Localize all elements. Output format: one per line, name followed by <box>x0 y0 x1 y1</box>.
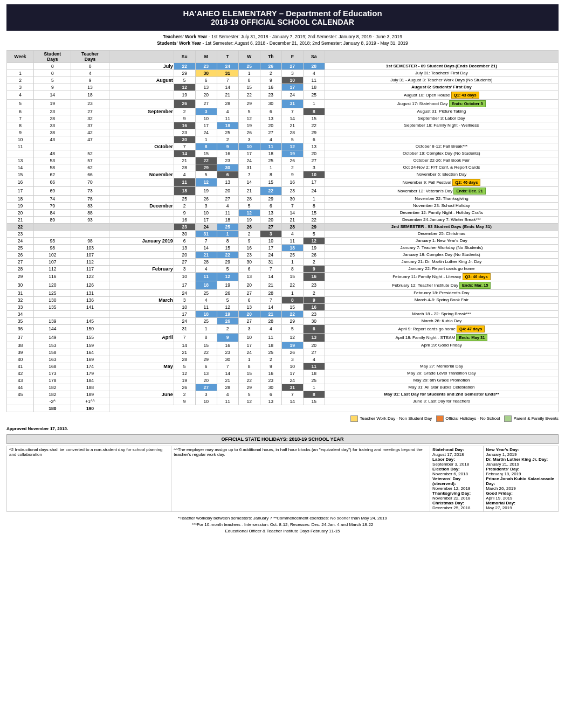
month-blank10 <box>109 157 174 164</box>
month-blank15 <box>109 209 174 216</box>
teacher-93: 93 <box>71 216 109 223</box>
hol-pres-date: February 18, 2019 <box>486 472 556 476</box>
d21d: 21 <box>281 216 303 223</box>
j30: 30 <box>238 258 260 265</box>
may-week44: 44 182 188 26 27 28 29 30 31 1 May 31: A… <box>7 384 559 391</box>
student-28: 28 <box>34 115 71 122</box>
f6: 6 <box>238 265 260 272</box>
d11d: 11 <box>217 209 238 216</box>
o29: 29 <box>195 164 217 171</box>
jan-week27: 27 107 112 27 28 29 30 31 1 2 January 21… <box>7 258 559 265</box>
teacher-4: 4 <box>71 70 109 77</box>
n18: 18 <box>174 186 195 195</box>
m9b: 9 <box>260 363 281 370</box>
o16: 16 <box>217 150 238 157</box>
f26: 26 <box>217 289 238 296</box>
student-23: 23 <box>34 108 71 115</box>
s21: 21 <box>281 122 303 129</box>
a9: 9 <box>260 77 281 84</box>
may-week42: 42 173 179 12 13 14 15 16 17 18 May 28: … <box>7 370 559 377</box>
j11b: 11 <box>217 398 238 405</box>
a11: 11 <box>303 77 325 84</box>
header-line1: HA'AHEO ELEMENTARY – Department of Educa… <box>9 9 556 18</box>
week-17: 17 <box>7 186 34 195</box>
o31: 31 <box>238 164 260 171</box>
month-blank12 <box>109 178 174 186</box>
student-66: 66 <box>34 178 71 186</box>
d30: 30 <box>195 70 217 77</box>
month-blank13 <box>109 186 174 195</box>
j23: 23 <box>238 251 260 258</box>
d29: 29 <box>174 70 195 77</box>
month-december: December <box>109 202 174 209</box>
apr-week39: 39 158 164 21 22 23 24 25 26 27 <box>7 349 559 356</box>
s19: 19 <box>238 122 260 129</box>
teacher-126: 126 <box>71 281 109 289</box>
mar-week35: 35 139 145 24 25 26 27 28 29 30 March 26… <box>7 317 559 324</box>
hol-statehood-date: August 17, 2018 <box>432 452 481 457</box>
feb-week29: 29 116 122 10 11 12 13 14 15 16 February… <box>7 272 559 281</box>
may-week43: 43 178 184 19 20 21 22 23 24 25 May 29: … <box>7 377 559 384</box>
o23: 23 <box>217 157 238 164</box>
student-33: 33 <box>34 122 71 129</box>
m2: 2 <box>303 289 325 296</box>
month-march: March <box>109 296 174 303</box>
m23: 23 <box>303 310 325 317</box>
a23: 23 <box>217 349 238 356</box>
nov9-note: November 9: Fall Festival Q2: 46 days <box>325 178 558 186</box>
jan21-note: January 21: Dr. Martin Luther King Jr. D… <box>325 258 558 265</box>
may-week41: 41 168 174 May 5 6 7 8 9 10 11 May 27: M… <box>7 363 559 370</box>
student-139: 139 <box>34 317 71 324</box>
hol-statehood-label: Statehood Day: <box>432 447 481 452</box>
subtitle-block: Teachers' Work Year - 1st Semester: July… <box>6 34 559 47</box>
jun-week45: 45 182 189 June 2 3 4 5 6 7 8 May 31: La… <box>7 391 559 398</box>
week-22b: 23 <box>7 230 34 237</box>
teacher-88: 88 <box>71 209 109 216</box>
m18: 18 <box>195 310 217 317</box>
month-col-header <box>109 50 174 63</box>
week-9: 9 <box>7 129 34 136</box>
month-blank9 <box>109 150 174 157</box>
aug6-note: July 31 - August 3: Teacher Work Days (N… <box>325 77 558 84</box>
week-38: 38 <box>7 342 34 349</box>
d2d: 2 <box>174 202 195 209</box>
teacher-days-header: TeacherDays <box>71 50 109 63</box>
j15: 15 <box>217 244 238 251</box>
hol-xmas-label: Christmas Day: <box>432 501 481 505</box>
m7b: 7 <box>217 363 238 370</box>
jan-week24: 24 93 98 January 2019 6 7 8 9 10 11 12 J… <box>7 237 559 244</box>
apr9-note: April 9: Report cards go home Q4: 47 day… <box>325 324 558 333</box>
d1: 1 <box>238 70 260 77</box>
d25d: 25 <box>217 223 238 230</box>
blank-note <box>325 129 558 136</box>
month-blank31 <box>109 370 174 377</box>
month-april: April <box>109 333 174 342</box>
month-blank18 <box>109 244 174 251</box>
j7: 7 <box>195 237 217 244</box>
student-182b: 182 <box>34 391 71 398</box>
f22: 22 <box>281 281 303 289</box>
approved-text: Approved November 17, 2015. <box>6 426 559 431</box>
j1b: 1 <box>303 384 325 391</box>
a20: 20 <box>303 342 325 349</box>
sem2-blank1 <box>34 223 71 230</box>
teacher-184: 184 <box>71 377 109 384</box>
dec12-note: December 12: Family Night - Holiday Craf… <box>325 209 558 216</box>
sem2-note: 2nd SEMESTER - 93 Student Days (Ends May… <box>325 223 558 230</box>
teacher-47: 47 <box>71 136 109 143</box>
month-october: October <box>109 143 174 150</box>
footnotes-section: *Teacher workday between semesters: Janu… <box>6 515 559 535</box>
week-34: 34 <box>7 310 34 317</box>
m10b: 10 <box>281 363 303 370</box>
s22: 22 <box>303 122 325 129</box>
a9: 9 <box>217 333 238 342</box>
teacher-42: 42 <box>71 129 109 136</box>
month-blank33 <box>109 384 174 391</box>
student-178: 178 <box>34 377 71 384</box>
o3: 3 <box>238 136 260 143</box>
month-blank24 <box>109 303 174 310</box>
o6: 6 <box>303 136 325 143</box>
j31: 31 <box>260 258 281 265</box>
f18: 18 <box>195 281 217 289</box>
student-62: 62 <box>34 171 71 178</box>
